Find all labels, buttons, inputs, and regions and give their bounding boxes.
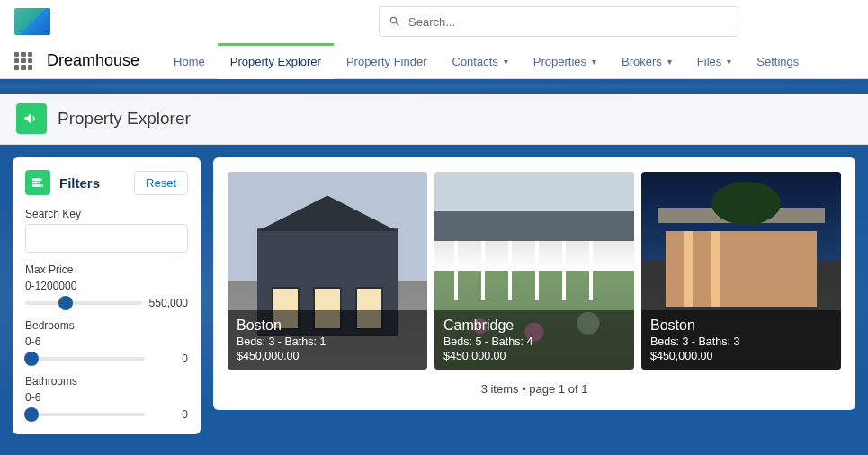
property-overlay: CambridgeBeds: 5 - Baths: 4$450,000.00 bbox=[434, 310, 634, 370]
content-area: Filters Reset Search Key Max Price 0-120… bbox=[0, 145, 868, 455]
bedrooms-value: 0 bbox=[152, 352, 188, 365]
property-overlay: BostonBeds: 3 - Baths: 1$450,000.00 bbox=[228, 310, 427, 370]
global-header: Search... bbox=[0, 0, 868, 43]
max-price-value: 550,000 bbox=[149, 297, 188, 309]
chevron-down-icon[interactable]: ▾ bbox=[727, 57, 731, 67]
filters-icon bbox=[25, 170, 50, 195]
global-search-wrap: Search... bbox=[379, 6, 738, 37]
nav-tab-label: Property Explorer bbox=[230, 55, 321, 68]
nav-tabs: HomeProperty ExplorerProperty FinderCont… bbox=[161, 43, 811, 79]
nav-tab-property-finder[interactable]: Property Finder bbox=[334, 43, 440, 79]
nav-tab-label: Property Finder bbox=[346, 55, 427, 68]
nav-tab-label: Files bbox=[697, 55, 721, 68]
reset-button[interactable]: Reset bbox=[134, 171, 188, 195]
megaphone-icon bbox=[22, 110, 40, 128]
bathrooms-range: 0-6 bbox=[25, 391, 188, 404]
nav-tab-properties[interactable]: Properties▾ bbox=[521, 43, 609, 79]
property-meta: Beds: 3 - Baths: 3 bbox=[650, 335, 832, 348]
nav-tab-contacts[interactable]: Contacts▾ bbox=[440, 43, 521, 79]
property-meta: Beds: 5 - Baths: 4 bbox=[443, 335, 625, 348]
bedrooms-range: 0-6 bbox=[25, 335, 188, 348]
chevron-down-icon[interactable]: ▾ bbox=[592, 57, 596, 67]
bathrooms-value: 0 bbox=[152, 408, 188, 421]
sliders-icon bbox=[31, 175, 45, 190]
property-price: $450,000.00 bbox=[650, 350, 832, 362]
max-price-range: 0-1200000 bbox=[25, 280, 188, 292]
results-pager: 3 items • page 1 of 1 bbox=[228, 382, 841, 396]
nav-tab-home[interactable]: Home bbox=[161, 43, 218, 79]
nav-tab-label: Contacts bbox=[452, 55, 498, 68]
nav-tab-label: Settings bbox=[756, 55, 799, 68]
property-meta: Beds: 3 - Baths: 1 bbox=[237, 335, 418, 348]
nav-tab-label: Home bbox=[174, 55, 205, 68]
app-launcher-icon[interactable] bbox=[14, 52, 32, 70]
page-title: Property Explorer bbox=[58, 109, 191, 129]
filters-title-wrap: Filters bbox=[25, 170, 100, 195]
nav-tab-label: Brokers bbox=[622, 55, 662, 68]
max-price-slider[interactable] bbox=[25, 296, 142, 310]
global-nav: Dreamhouse HomeProperty ExplorerProperty… bbox=[0, 43, 868, 79]
page-header-icon bbox=[16, 103, 47, 134]
results-panel: BostonBeds: 3 - Baths: 1$450,000.00Cambr… bbox=[213, 157, 855, 410]
nav-tab-settings[interactable]: Settings bbox=[744, 43, 811, 79]
property-cards: BostonBeds: 3 - Baths: 1$450,000.00Cambr… bbox=[228, 172, 841, 370]
filters-header: Filters Reset bbox=[25, 170, 188, 195]
search-key-input[interactable] bbox=[25, 224, 188, 253]
bathrooms-label: Bathrooms bbox=[25, 375, 188, 388]
global-search-input[interactable]: Search... bbox=[379, 6, 738, 37]
filters-panel: Filters Reset Search Key Max Price 0-120… bbox=[13, 157, 201, 434]
max-price-label: Max Price bbox=[25, 263, 188, 276]
bedrooms-filter: Bedrooms 0-6 0 bbox=[25, 319, 188, 366]
global-search-placeholder: Search... bbox=[408, 15, 455, 29]
search-key-label: Search Key bbox=[25, 208, 188, 220]
app-name: Dreamhouse bbox=[47, 51, 139, 70]
property-price: $450,000.00 bbox=[443, 350, 625, 362]
property-card[interactable]: BostonBeds: 3 - Baths: 1$450,000.00 bbox=[228, 172, 427, 370]
nav-tab-brokers[interactable]: Brokers▾ bbox=[609, 43, 685, 79]
page-header: Property Explorer bbox=[0, 94, 868, 145]
search-icon bbox=[389, 15, 401, 28]
nav-tab-files[interactable]: Files▾ bbox=[685, 43, 744, 79]
max-price-filter: Max Price 0-1200000 550,000 bbox=[25, 263, 188, 310]
app-logo-icon bbox=[14, 8, 50, 35]
property-city: Cambridge bbox=[443, 317, 625, 334]
filters-title: Filters bbox=[59, 175, 100, 191]
nav-tab-label: Properties bbox=[533, 55, 586, 68]
decorative-band bbox=[0, 79, 868, 94]
property-overlay: BostonBeds: 3 - Baths: 3$450,000.00 bbox=[641, 310, 841, 370]
bedrooms-slider[interactable] bbox=[25, 352, 145, 366]
chevron-down-icon[interactable]: ▾ bbox=[504, 57, 508, 67]
property-card[interactable]: BostonBeds: 3 - Baths: 3$450,000.00 bbox=[641, 172, 841, 370]
nav-tab-property-explorer[interactable]: Property Explorer bbox=[218, 43, 334, 79]
bathrooms-slider[interactable] bbox=[25, 407, 145, 422]
bedrooms-label: Bedrooms bbox=[25, 319, 188, 332]
property-card[interactable]: CambridgeBeds: 5 - Baths: 4$450,000.00 bbox=[434, 172, 634, 370]
property-city: Boston bbox=[650, 317, 832, 334]
bathrooms-filter: Bathrooms 0-6 0 bbox=[25, 375, 188, 422]
property-price: $450,000.00 bbox=[237, 350, 418, 362]
chevron-down-icon[interactable]: ▾ bbox=[667, 57, 672, 67]
property-city: Boston bbox=[237, 317, 418, 334]
